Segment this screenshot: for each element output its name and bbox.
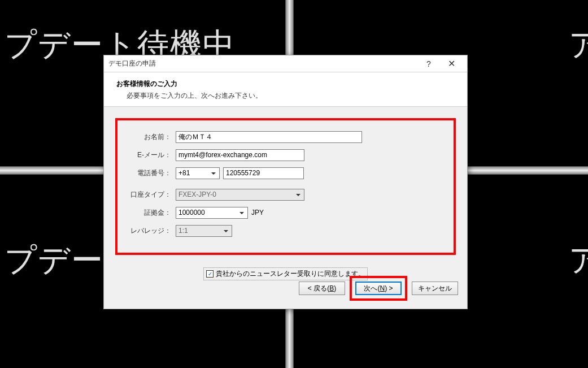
button-bar: < 戻る(B) 次へ(N) > キャンセル bbox=[299, 276, 458, 301]
close-button[interactable]: ✕ bbox=[440, 56, 463, 72]
demo-account-dialog: デモ口座の申請 ? ✕ お客様情報のご入力 必要事項をご入力の上、次へお進み下さ… bbox=[103, 55, 468, 309]
dialog-title: デモ口座の申請 bbox=[108, 59, 417, 68]
name-label: お名前： bbox=[129, 132, 171, 142]
highlight-box-next: 次へ(N) > bbox=[350, 276, 407, 301]
leverage-select: 1:1 bbox=[176, 225, 232, 237]
bg-text-tr: アップデー bbox=[569, 24, 588, 67]
cancel-button[interactable]: キャンセル bbox=[412, 282, 458, 295]
help-button[interactable]: ? bbox=[417, 56, 440, 72]
header-subtitle: 必要事項をご入力の上、次へお進み下さい。 bbox=[127, 91, 455, 101]
titlebar[interactable]: デモ口座の申請 ? ✕ bbox=[104, 55, 467, 72]
bg-text-bl: アップデー bbox=[0, 239, 104, 282]
bg-text-br: アップデー bbox=[569, 239, 588, 282]
leverage-label: レバレッジ： bbox=[129, 226, 171, 236]
deposit-select[interactable]: 1000000 bbox=[176, 207, 248, 219]
account-type-select: FXEX-JPY-0 bbox=[176, 189, 304, 201]
dialog-header: お客様情報のご入力 必要事項をご入力の上、次へお進み下さい。 bbox=[104, 72, 467, 107]
highlight-box-form: お名前： E-メール： 電話番号： +81 口座タイプ： FXEX-JPY-0 … bbox=[115, 118, 456, 255]
phone-number-input[interactable] bbox=[223, 167, 304, 179]
back-button[interactable]: < 戻る(B) bbox=[299, 282, 345, 295]
phone-label: 電話番号： bbox=[129, 168, 171, 178]
currency-label: JPY bbox=[251, 209, 264, 217]
phone-country-select[interactable]: +81 bbox=[176, 167, 220, 179]
name-input[interactable] bbox=[176, 131, 362, 143]
consent-checkbox[interactable]: ✓ bbox=[206, 270, 214, 278]
account-type-label: 口座タイプ： bbox=[129, 190, 171, 200]
deposit-label: 証拠金： bbox=[129, 208, 171, 218]
email-input[interactable] bbox=[176, 149, 304, 161]
next-button[interactable]: 次へ(N) > bbox=[355, 282, 402, 295]
header-title: お客様情報のご入力 bbox=[116, 79, 455, 89]
email-label: E-メール： bbox=[129, 150, 171, 160]
